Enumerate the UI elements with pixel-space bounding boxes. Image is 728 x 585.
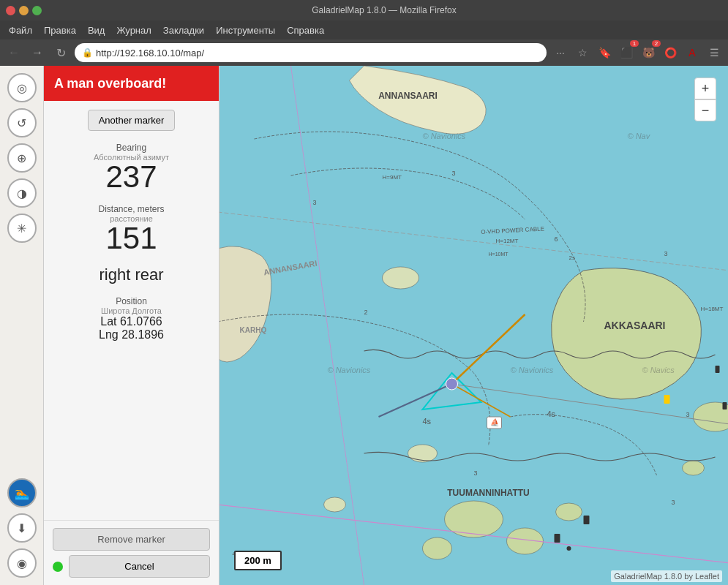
svg-point-7: [383, 267, 419, 289]
menu-bookmarks[interactable]: Закладки: [157, 23, 210, 37]
addon-badge-1: ⬛ 1: [617, 43, 636, 62]
main-content: ◎ ↺ ⊕ ◑ ✳ 🏊 ⬇ ◉ A man overboard! Another…: [0, 66, 728, 585]
menubar: Файл Правка Вид Журнал Закладки Инструме…: [0, 20, 728, 39]
svg-point-2: [683, 461, 705, 475]
bookmark-button[interactable]: 🔖: [595, 43, 614, 62]
svg-text:© Navionics: © Navionics: [328, 366, 371, 374]
svg-text:H=12MT: H=12MT: [496, 238, 519, 244]
zoom-controls: + −: [694, 78, 716, 121]
svg-text:H=9MT: H=9MT: [383, 174, 402, 181]
close-button[interactable]: [6, 6, 15, 15]
svg-text:⛵: ⛵: [490, 418, 500, 427]
svg-text:4s: 4s: [547, 410, 556, 418]
map-area[interactable]: O-VHD POWER CABLE H=12MT H=10MT 3 3 2 3 …: [219, 66, 728, 585]
scale-bar: 200 m: [234, 551, 282, 570]
maximize-button[interactable]: [32, 6, 42, 15]
browser-icons: ··· ☆ 🔖 ⬛ 1 🐻 2 ⭕ A ☰: [551, 43, 724, 62]
svg-point-5: [423, 537, 452, 559]
url-bar[interactable]: 🔒 http://192.168.10.10/map/: [75, 43, 547, 62]
bearing-section: Bearing Абсолютный азимут 237: [53, 143, 210, 192]
sidebar-btn-refresh[interactable]: ↺: [7, 108, 37, 137]
svg-point-6: [556, 503, 582, 521]
svg-text:3: 3: [686, 411, 690, 418]
svg-text:H=10MT: H=10MT: [489, 252, 509, 257]
scale-label: 200 m: [244, 555, 271, 566]
menu-tools[interactable]: Инструменты: [210, 23, 281, 37]
position-lng: Lng 28.1896: [53, 328, 210, 341]
distance-label: Distance, meters: [53, 204, 210, 214]
svg-text:6: 6: [555, 235, 558, 243]
remove-marker-button[interactable]: Remove marker: [53, 528, 210, 551]
window-controls[interactable]: [6, 6, 42, 15]
refresh-button[interactable]: ↻: [51, 43, 70, 62]
svg-text:© Navionics: © Navionics: [511, 366, 554, 374]
addressbar: ← → ↻ 🔒 http://192.168.10.10/map/ ··· ☆ …: [0, 39, 728, 66]
panel-body: Another marker Bearing Абсолютный азимут…: [44, 101, 219, 520]
window-title: GaladrielMap 1.8.0 — Mozilla Firefox: [46, 5, 722, 15]
more-button[interactable]: ···: [551, 43, 570, 62]
distance-value: 151: [53, 223, 210, 254]
svg-rect-51: [664, 395, 670, 404]
svg-text:3: 3: [664, 250, 668, 257]
sidebar-btn-star[interactable]: ✳: [7, 214, 37, 243]
position-lat: Lat 61.0766: [53, 315, 210, 328]
svg-text:TUUMANNINHATTU: TUUMANNINHATTU: [447, 488, 529, 498]
menu-help[interactable]: Справка: [281, 23, 330, 37]
menu-view[interactable]: Вид: [82, 23, 111, 37]
svg-text:2: 2: [364, 309, 368, 316]
menu-history[interactable]: Журнал: [110, 23, 157, 37]
position-sublabels: Широта Долгота: [53, 306, 210, 315]
svg-point-3: [445, 501, 503, 537]
svg-text:© Nav: © Nav: [628, 132, 651, 140]
position-section: Position Широта Долгота Lat 61.0766 Lng …: [53, 296, 210, 341]
sidebar: ◎ ↺ ⊕ ◑ ✳ 🏊 ⬇ ◉: [0, 66, 44, 585]
addon-4-button[interactable]: A: [683, 43, 702, 62]
svg-point-45: [446, 378, 458, 390]
bearing-label: Bearing: [53, 143, 210, 153]
addon-badge-2: 🐻 2: [639, 43, 658, 62]
lock-icon: 🔒: [82, 48, 93, 58]
map-svg: O-VHD POWER CABLE H=12MT H=10MT 3 3 2 3 …: [219, 66, 728, 585]
pocket-button[interactable]: ☆: [573, 43, 592, 62]
sidebar-btn-target[interactable]: ⊕: [7, 143, 37, 173]
svg-rect-50: [723, 402, 727, 410]
position-label: Position: [53, 296, 210, 306]
svg-text:2s: 2s: [569, 254, 575, 261]
sidebar-btn-swim[interactable]: 🏊: [7, 478, 37, 507]
svg-text:H=18MT: H=18MT: [701, 306, 724, 312]
back-button[interactable]: ←: [4, 43, 23, 62]
svg-text:3: 3: [452, 170, 456, 177]
menu-file[interactable]: Файл: [3, 23, 38, 37]
sidebar-btn-compass[interactable]: ◎: [7, 73, 37, 102]
svg-text:KARHQ: KARHQ: [240, 326, 267, 334]
distance-section: Distance, meters расстояние 151: [53, 204, 210, 254]
alert-banner: A man overboard!: [44, 66, 219, 101]
svg-rect-47: [555, 534, 560, 543]
svg-point-53: [567, 546, 571, 551]
panel-footer: Remove marker Cancel: [44, 520, 219, 585]
sidebar-btn-settings[interactable]: ◉: [7, 548, 37, 578]
titlebar: GaladrielMap 1.8.0 — Mozilla Firefox: [0, 0, 728, 20]
minimize-button[interactable]: [19, 6, 29, 15]
svg-text:3: 3: [474, 469, 478, 477]
zoom-in-button[interactable]: +: [694, 78, 716, 99]
svg-point-9: [324, 497, 346, 512]
menu-icon-button[interactable]: ☰: [705, 43, 724, 62]
svg-text:4s: 4s: [423, 417, 432, 426]
zoom-out-button[interactable]: −: [694, 99, 716, 121]
sidebar-btn-download[interactable]: ⬇: [7, 513, 37, 543]
svg-text:© Navics: © Navics: [642, 366, 675, 374]
attribution: GaladrielMap 1.8.0 by Leaflet: [611, 570, 722, 582]
another-marker-button[interactable]: Another marker: [88, 110, 176, 131]
sidebar-btn-clock[interactable]: ◑: [7, 178, 37, 208]
cancel-button[interactable]: Cancel: [69, 555, 210, 578]
svg-text:ANNANSAARI: ANNANSAARI: [378, 91, 438, 101]
status-dot: [53, 562, 63, 572]
forward-button[interactable]: →: [28, 43, 47, 62]
addon-3-button[interactable]: ⭕: [661, 43, 680, 62]
direction-value: right rear: [53, 265, 210, 284]
menu-edit[interactable]: Правка: [38, 23, 82, 37]
url-text: http://192.168.10.10/map/: [96, 48, 539, 58]
svg-text:© Navionics: © Navionics: [423, 132, 466, 140]
bearing-value: 237: [53, 162, 210, 192]
